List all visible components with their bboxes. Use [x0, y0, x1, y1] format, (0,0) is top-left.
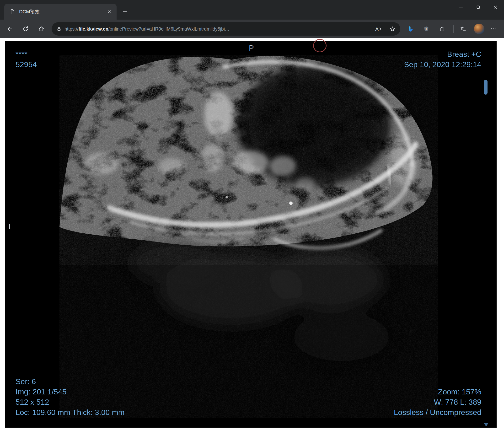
overlay-image-number: Img: 201 1/545: [16, 387, 125, 397]
mri-image: [60, 55, 438, 418]
url-domain: file.kkview.cn: [79, 26, 108, 32]
overlay-study-datetime: Sep 10, 2020 12:29:14: [404, 60, 481, 70]
page-background: **** 52954 Breast +C Sep 10, 2020 12:29:…: [0, 38, 504, 430]
close-window-button[interactable]: [487, 0, 504, 14]
dicom-viewer[interactable]: **** 52954 Breast +C Sep 10, 2020 12:29:…: [5, 41, 497, 428]
overlay-study-name: Breast +C: [404, 49, 481, 60]
home-button[interactable]: [34, 22, 48, 36]
extensions-button[interactable]: [435, 22, 449, 36]
overlay-series: Ser: 6: [16, 376, 125, 387]
extensions-icon: [439, 26, 445, 32]
home-icon: [38, 26, 45, 32]
url-path: /onlinePreview?url=aHR0cHM6Ly9maWxlLmtrd…: [108, 26, 230, 32]
ellipsis-icon: [490, 26, 496, 32]
overlay-slice-location: Loc: 109.60 mm Thick: 3.00 mm: [16, 407, 125, 418]
refresh-button[interactable]: [19, 22, 33, 36]
scrollbar-thumb[interactable]: [484, 80, 487, 95]
window-controls: [452, 0, 504, 14]
star-icon: [389, 26, 396, 32]
maximize-button[interactable]: [470, 0, 487, 14]
minimize-button[interactable]: [452, 0, 470, 14]
collections-button[interactable]: [456, 22, 470, 36]
profile-avatar[interactable]: [474, 24, 484, 34]
browser-toolbar: https://file.kkview.cn/onlinePreview?url…: [0, 20, 504, 38]
url-text: https://file.kkview.cn/onlinePreview?url…: [64, 26, 370, 32]
overlay-window-level: W: 778 L: 389: [394, 397, 481, 407]
scrollbar-down-arrow[interactable]: [484, 423, 488, 426]
bing-sidebar-button[interactable]: [404, 22, 418, 36]
plus-icon: [122, 9, 128, 15]
read-aloud-icon: A: [375, 27, 378, 32]
overlay-bottom-right: Zoom: 157% W: 778 L: 389 Lossless / Unco…: [394, 387, 481, 418]
overlay-bottom-left: Ser: 6 Img: 201 1/545 512 x 512 Loc: 109…: [16, 376, 125, 418]
new-tab-button[interactable]: [119, 6, 130, 17]
orientation-marker-left: L: [9, 223, 13, 231]
back-button[interactable]: [3, 22, 17, 36]
minimize-icon: [458, 5, 464, 10]
bing-icon: [407, 26, 414, 32]
toolbar-divider: [453, 25, 454, 33]
overlay-zoom: Zoom: 157%: [394, 387, 481, 397]
url-scheme: https://: [64, 26, 79, 32]
lock-icon: [56, 26, 62, 32]
shield-letter: T: [425, 27, 427, 31]
shield-icon: T: [423, 26, 430, 32]
overlay-compression: Lossless / Uncompressed: [394, 407, 481, 418]
annotation-circle: [313, 39, 326, 52]
close-icon: [493, 5, 498, 10]
refresh-icon: [22, 26, 29, 32]
more-menu-button[interactable]: [486, 22, 500, 36]
read-aloud-button[interactable]: A: [373, 23, 384, 34]
overlay-patient-id: 52954: [16, 60, 37, 70]
favorite-star-button[interactable]: [387, 23, 398, 34]
overlay-matrix-size: 512 x 512: [16, 397, 125, 407]
overlay-top-right: Breast +C Sep 10, 2020 12:29:14: [404, 49, 481, 70]
close-icon: [107, 9, 112, 14]
back-arrow-icon: [7, 26, 13, 32]
maximize-icon: [476, 5, 481, 9]
overlay-patient-stars: ****: [16, 49, 37, 60]
tab-close-button[interactable]: [105, 7, 114, 16]
browser-window: DCM预览: [0, 0, 504, 430]
sound-waves-icon: [379, 26, 382, 32]
tab-strip: DCM预览: [0, 0, 504, 20]
address-bar[interactable]: https://file.kkview.cn/onlinePreview?url…: [52, 22, 400, 36]
overlay-top-left: **** 52954: [16, 49, 37, 70]
document-icon: [9, 9, 15, 15]
tampermonkey-extension-button[interactable]: T: [419, 22, 433, 36]
collections-star-icon: [460, 26, 466, 32]
tab-title: DCM预览: [19, 9, 101, 15]
orientation-marker-posterior: P: [249, 44, 254, 53]
tab-dcm-preview[interactable]: DCM预览: [4, 4, 117, 20]
